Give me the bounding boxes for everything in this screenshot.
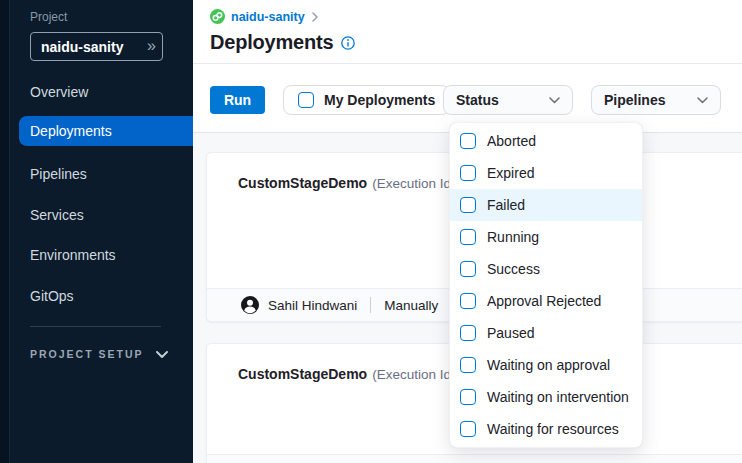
sidebar-item-label: Pipelines xyxy=(30,166,87,182)
menu-item-label: Success xyxy=(487,261,540,277)
checkbox-icon[interactable] xyxy=(460,197,476,213)
project-name: naidu-sanity xyxy=(41,39,147,55)
pipelines-dropdown-label: Pipelines xyxy=(604,92,665,108)
run-button[interactable]: Run xyxy=(210,86,265,114)
pipelines-filter-dropdown[interactable]: Pipelines xyxy=(591,85,721,115)
pipeline-name: CustomStageDemo xyxy=(238,366,367,382)
status-filter-dropdown[interactable]: Status xyxy=(443,85,573,115)
triggered-by: Sahil Hindwani xyxy=(268,298,357,313)
menu-item-label: Waiting on intervention xyxy=(487,389,629,405)
chevron-down-icon xyxy=(697,97,708,104)
sidebar-item-overview[interactable]: Overview xyxy=(0,78,193,106)
chevron-down-icon xyxy=(549,97,560,104)
breadcrumb: naidu-sanity xyxy=(210,9,318,24)
menu-item-label: Failed xyxy=(487,197,525,213)
deployment-title-row: CustomStageDemo (Execution Id xyxy=(238,175,451,191)
checkbox-icon[interactable] xyxy=(460,325,476,341)
sidebar-rail xyxy=(0,0,10,463)
sidebar-item-label: Deployments xyxy=(30,123,112,139)
execution-id: (Execution Id xyxy=(372,176,451,191)
checkbox-icon[interactable] xyxy=(460,229,476,245)
menu-item-paused[interactable]: Paused xyxy=(450,317,642,349)
menu-item-running[interactable]: Running xyxy=(450,221,642,253)
sidebar-item-label: Environments xyxy=(30,247,116,263)
sidebar-item-environments[interactable]: Environments xyxy=(0,241,193,269)
menu-item-waiting-on-intervention[interactable]: Waiting on intervention xyxy=(450,381,642,413)
menu-item-failed[interactable]: Failed xyxy=(450,189,642,221)
my-deployments-label: My Deployments xyxy=(324,92,435,108)
sidebar: Project naidu-sanity » Overview Deployme… xyxy=(0,0,193,463)
menu-item-label: Expired xyxy=(487,165,534,181)
menu-item-success[interactable]: Success xyxy=(450,253,642,285)
project-setup-toggle[interactable]: PROJECT SETUP xyxy=(30,348,168,360)
trigger-type: Manually xyxy=(384,298,438,313)
double-chevron-right-icon[interactable]: » xyxy=(147,38,153,56)
project-setup-label: PROJECT SETUP xyxy=(30,348,144,360)
menu-item-label: Running xyxy=(487,229,539,245)
menu-item-label: Aborted xyxy=(487,133,536,149)
checkbox-icon[interactable] xyxy=(460,293,476,309)
pipeline-name: CustomStageDemo xyxy=(238,175,367,191)
status-dropdown-label: Status xyxy=(456,92,499,108)
menu-item-approval-rejected[interactable]: Approval Rejected xyxy=(450,285,642,317)
cd-module-icon xyxy=(210,9,225,24)
sidebar-item-services[interactable]: Services xyxy=(0,201,193,229)
checkbox-icon[interactable] xyxy=(460,261,476,277)
chevron-down-icon xyxy=(156,351,168,358)
separator xyxy=(370,297,371,313)
project-label: Project xyxy=(30,10,67,24)
checkbox-icon[interactable] xyxy=(460,165,476,181)
info-icon[interactable] xyxy=(341,36,355,50)
checkbox-icon[interactable] xyxy=(460,133,476,149)
menu-item-label: Waiting on approval xyxy=(487,357,610,373)
sidebar-item-label: Overview xyxy=(30,84,88,100)
deployment-title-row: CustomStageDemo (Execution Id xyxy=(238,366,451,382)
menu-item-waiting-on-approval[interactable]: Waiting on approval xyxy=(450,349,642,381)
checkbox-icon[interactable] xyxy=(460,357,476,373)
menu-item-label: Waiting for resources xyxy=(487,421,619,437)
my-deployments-filter[interactable]: My Deployments xyxy=(283,85,450,115)
project-selector[interactable]: naidu-sanity » xyxy=(30,32,163,61)
checkbox-icon[interactable] xyxy=(460,389,476,405)
status-filter-menu: Aborted Expired Failed Running Success A… xyxy=(449,122,643,448)
breadcrumb-project-link[interactable]: naidu-sanity xyxy=(231,10,305,24)
page-header: naidu-sanity Deployments xyxy=(193,0,742,64)
menu-item-label: Approval Rejected xyxy=(487,293,601,309)
sidebar-item-deployments[interactable]: Deployments xyxy=(19,116,193,146)
checkbox-icon[interactable] xyxy=(460,421,476,437)
checkbox-icon[interactable] xyxy=(298,92,314,108)
execution-id: (Execution Id xyxy=(372,367,451,382)
sidebar-item-gitops[interactable]: GitOps xyxy=(0,282,193,310)
sidebar-item-label: Services xyxy=(30,207,84,223)
sidebar-divider xyxy=(30,326,161,327)
title-row: Deployments xyxy=(210,31,355,54)
chevron-right-icon xyxy=(312,12,318,22)
page-title: Deployments xyxy=(210,31,333,54)
menu-item-waiting-for-resources[interactable]: Waiting for resources xyxy=(450,413,642,445)
deployment-card-footer xyxy=(207,454,742,463)
sidebar-item-pipelines[interactable]: Pipelines xyxy=(0,160,193,188)
user-avatar-icon xyxy=(241,296,259,314)
menu-item-expired[interactable]: Expired xyxy=(450,157,642,189)
menu-item-aborted[interactable]: Aborted xyxy=(450,125,642,157)
sidebar-item-label: GitOps xyxy=(30,288,74,304)
menu-item-label: Paused xyxy=(487,325,534,341)
